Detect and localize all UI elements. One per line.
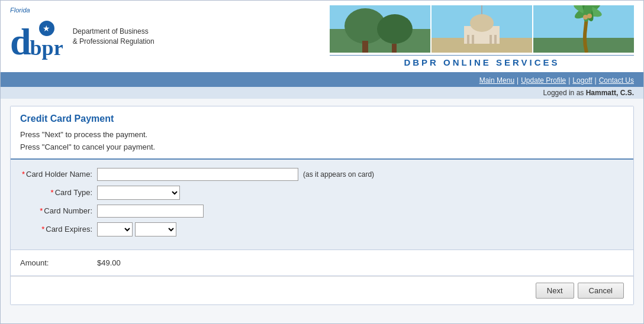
header: Florida d ★ bpr Department of Business &…: [1, 1, 643, 74]
cardexpires-row: *Card Expires: 01 02 03 04 05 06 07 08 0…: [20, 222, 624, 236]
svg-point-3: [377, 14, 413, 44]
banner-svg-2: [432, 5, 532, 53]
main-content: Credit Card Payment Press "Next" to proc…: [1, 99, 643, 323]
cardholder-hint: (as it appears on card): [303, 170, 374, 179]
florida-label: Florida: [10, 7, 30, 14]
expiry-month-select[interactable]: 01 02 03 04 05 06 07 08 09 10 11 12: [97, 222, 133, 236]
svg-rect-10: [467, 35, 469, 44]
logo-line2: & Professional Regulation: [73, 37, 154, 47]
cardnumber-row: *Card Number:: [20, 205, 624, 218]
cancel-button[interactable]: Cancel: [578, 283, 624, 299]
banner-images: [330, 5, 634, 53]
card-header: Credit Card Payment Press "Next" to proc…: [11, 106, 633, 160]
svg-rect-5: [392, 44, 397, 53]
card-title: Credit Card Payment: [20, 114, 624, 124]
cardnumber-label: *Card Number:: [20, 206, 97, 215]
cardexpires-label: *Card Expires:: [20, 225, 97, 234]
amount-label: Amount:: [20, 258, 97, 267]
expiry-year-select[interactable]: 2024 2025 2026 2027 2028 2029 2030: [135, 222, 176, 236]
contact-us-link[interactable]: Contact Us: [599, 76, 634, 85]
logged-in-bar: Logged in as Hammatt, C.S.: [1, 87, 643, 99]
banner-image-3: [533, 5, 634, 53]
svg-point-22: [587, 14, 592, 18]
online-services-label: DBPR ONLINE SERVICES: [330, 55, 634, 67]
banner-svg-1: [330, 5, 430, 53]
nav-sep-3: |: [595, 76, 597, 85]
next-button[interactable]: Next: [536, 283, 574, 299]
amount-value: $49.00: [97, 258, 121, 267]
logged-in-username: Hammatt, C.S.: [586, 89, 634, 97]
logo-area: Florida d ★ bpr Department of Business &…: [10, 12, 154, 61]
amount-row: Amount: $49.00: [20, 258, 624, 267]
card-buttons: Next Cancel: [11, 276, 633, 304]
content-card: Credit Card Payment Press "Next" to proc…: [10, 106, 634, 305]
logo-d: d: [10, 23, 31, 61]
cardholder-label: *Card Holder Name:: [20, 170, 97, 179]
logo-text: Department of Business & Professional Re…: [73, 27, 154, 47]
card-form: *Card Holder Name: (as it appears on car…: [11, 160, 633, 250]
nav-bar: Main Menu | Update Profile | Logoff | Co…: [1, 74, 643, 87]
card-instruction-2: Press "Cancel" to cancel your payment.: [20, 141, 624, 154]
cardholder-row: *Card Holder Name: (as it appears on car…: [20, 168, 624, 181]
cardholder-input[interactable]: [97, 168, 298, 181]
svg-point-21: [583, 15, 588, 20]
svg-point-9: [470, 14, 494, 32]
cardtype-required-star: *: [51, 188, 54, 197]
cardtype-select[interactable]: ​ Visa MasterCard American Express Disco…: [97, 186, 180, 200]
banner-image-2: [432, 5, 532, 53]
svg-rect-12: [490, 35, 492, 44]
svg-rect-11: [472, 35, 474, 44]
svg-rect-13: [494, 35, 497, 44]
cardnumber-required-star: *: [40, 206, 43, 215]
logged-in-prefix: Logged in as: [543, 89, 586, 97]
cardtype-label: *Card Type:: [20, 188, 97, 197]
card-instruction-1: Press "Next" to process the payment.: [20, 129, 624, 141]
card-amount: Amount: $49.00: [11, 250, 633, 276]
cardtype-row: *Card Type: ​ Visa MasterCard American E…: [20, 186, 624, 200]
cardholder-required-star: *: [22, 170, 25, 179]
update-profile-link[interactable]: Update Profile: [521, 76, 566, 85]
svg-rect-4: [362, 41, 368, 53]
nav-sep-2: |: [568, 76, 570, 85]
main-menu-link[interactable]: Main Menu: [479, 76, 514, 85]
logoff-link[interactable]: Logoff: [572, 76, 592, 85]
logo-dbpr: Florida d ★ bpr Department of Business &…: [10, 12, 154, 61]
header-images: DBPR ONLINE SERVICES: [330, 5, 634, 67]
nav-sep-1: |: [517, 76, 519, 85]
cardexpires-required-star: *: [41, 225, 44, 234]
logo-seal: ★: [38, 20, 56, 37]
logo-bpr: bpr: [30, 37, 63, 59]
banner-svg-3: [533, 5, 634, 53]
cardnumber-input[interactable]: [97, 205, 204, 218]
banner-image-1: [330, 5, 430, 53]
logo-line1: Department of Business: [73, 27, 154, 37]
